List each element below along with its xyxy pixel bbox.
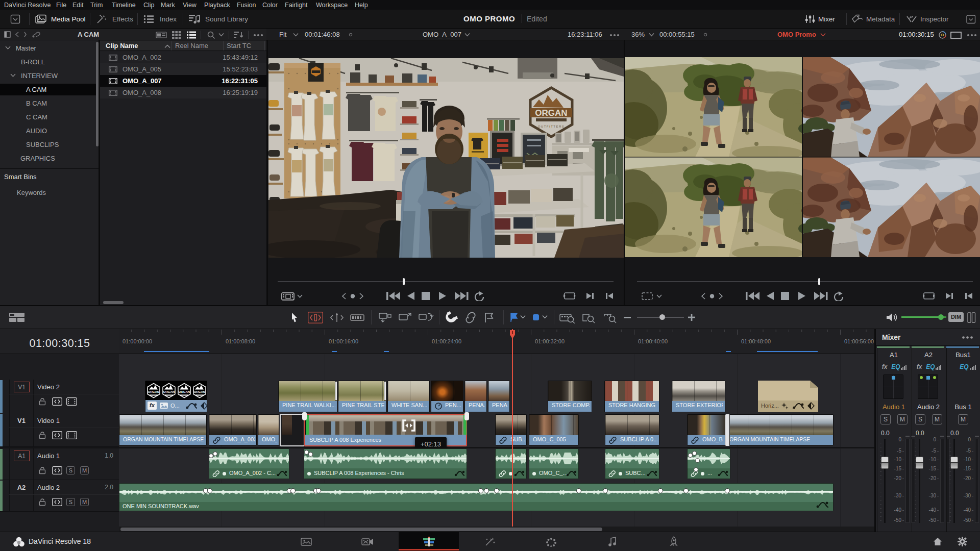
svg-text:ORGAN: ORGAN <box>179 390 190 393</box>
svg-text:ORGAN: ORGAN <box>163 390 175 393</box>
svg-text:ORGAN: ORGAN <box>194 390 205 393</box>
svg-text:ORGAN: ORGAN <box>148 390 159 393</box>
